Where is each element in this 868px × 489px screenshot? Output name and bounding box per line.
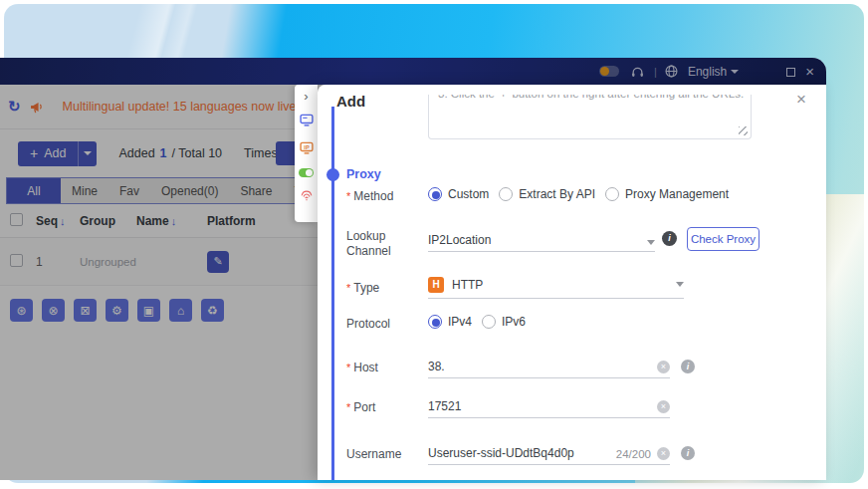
chevron-down-icon <box>676 282 684 287</box>
proxy-section-title: Proxy <box>346 167 381 181</box>
radio-label: Custom <box>448 187 489 201</box>
username-input[interactable]: Useruser-ssid-UDdtBq4d0p 24/200 × <box>428 442 670 465</box>
username-value: Useruser-ssid-UDdtBq4d0p <box>428 446 574 460</box>
port-input[interactable]: 17521 × <box>428 395 670 418</box>
svg-text:IP: IP <box>304 144 310 150</box>
username-info-icon[interactable]: i <box>681 446 695 460</box>
radio-icon <box>605 187 619 201</box>
lookup-channel-value: IP2Location <box>428 233 491 247</box>
char-counter: 24/200 <box>616 448 651 460</box>
clear-icon[interactable]: × <box>657 400 670 413</box>
host-value: 38. <box>428 360 445 373</box>
lookup-info-icon[interactable]: i <box>662 231 677 246</box>
dialog-close-button[interactable]: × <box>796 91 806 108</box>
protocol-radio-group: IPv4 IPv6 <box>428 315 526 329</box>
radio-label: IPv4 <box>448 315 472 329</box>
protocol-label: Protocol <box>346 317 390 331</box>
type-value: HTTP <box>452 278 483 292</box>
port-value: 17521 <box>428 399 461 413</box>
lookup-channel-select[interactable]: IP2Location <box>428 229 655 252</box>
basic-section-icon[interactable] <box>300 113 314 130</box>
type-select[interactable]: H HTTP <box>428 276 684 299</box>
http-badge-icon: H <box>428 277 444 293</box>
collapse-chevron-icon[interactable]: › <box>304 90 308 103</box>
add-dialog: Add × 3. Click the '+' button on the rig… <box>318 85 826 480</box>
host-label: Host <box>346 361 378 374</box>
section-timeline <box>331 107 334 480</box>
lookup-channel-label: LookupChannel <box>346 229 391 259</box>
protocol-option-ipv6[interactable]: IPv6 <box>482 315 526 329</box>
host-input[interactable]: 38. × <box>428 356 670 378</box>
type-label: Type <box>346 281 379 295</box>
port-label: Port <box>346 400 375 414</box>
method-option-proxy-management[interactable]: Proxy Management <box>605 187 729 201</box>
radio-icon <box>499 187 513 201</box>
clear-icon[interactable]: × <box>657 361 670 373</box>
timeline-dot <box>326 168 339 181</box>
toggle-knob <box>306 169 313 176</box>
username-label: Username <box>346 447 401 461</box>
method-option-custom[interactable]: Custom <box>428 187 489 201</box>
dialog-title: Add <box>336 93 365 110</box>
fingerprint-section-icon[interactable] <box>300 187 314 205</box>
titlebar-dim <box>0 58 826 85</box>
modal-section-rail: › IP <box>295 85 318 222</box>
radio-label: Proxy Management <box>625 187 729 201</box>
radio-icon <box>482 315 496 329</box>
textarea-text: 3. Click the '+' button on the right aft… <box>438 95 744 100</box>
method-option-extract-by-api[interactable]: Extract By API <box>499 187 595 201</box>
chevron-down-icon <box>647 240 655 245</box>
url-textarea[interactable]: 3. Click the '+' button on the right aft… <box>428 95 752 139</box>
check-proxy-button[interactable]: Check Proxy <box>687 227 760 251</box>
method-label: Method <box>346 189 393 203</box>
radio-label: Extract By API <box>519 187 595 201</box>
method-radio-group: Custom Extract By API Proxy Management <box>428 187 729 201</box>
radio-icon <box>428 187 442 201</box>
radio-icon <box>428 315 442 329</box>
preference-section-icon[interactable] <box>299 168 314 177</box>
host-info-icon[interactable]: i <box>681 360 695 373</box>
protocol-option-ipv4[interactable]: IPv4 <box>428 315 472 329</box>
radio-label: IPv6 <box>502 315 526 329</box>
clear-icon[interactable]: × <box>657 447 670 460</box>
proxy-section-icon[interactable]: IP <box>300 140 314 158</box>
resize-handle-icon[interactable] <box>739 126 748 135</box>
